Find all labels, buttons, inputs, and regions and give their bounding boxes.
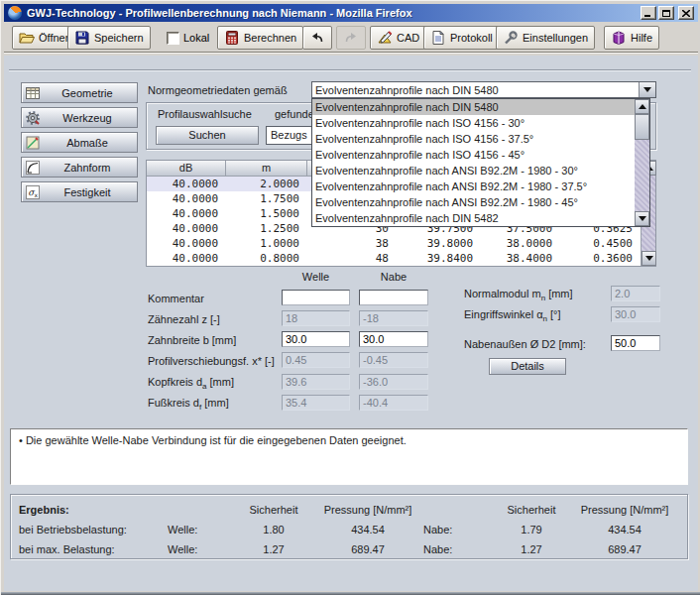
sidebar-item-festigkeit[interactable]: σx Festigkeit	[21, 181, 138, 202]
top-divider	[9, 69, 691, 71]
toolbar: Öffnen Speichern Lokal Berechnen CAD Pro…	[4, 23, 698, 53]
welle-pressung-value: 434.54	[312, 520, 423, 539]
minimize-button[interactable]	[641, 6, 656, 20]
kommentar-nabe-input[interactable]	[359, 290, 428, 305]
norm-dropdown-list: Evolventenzahnprofile nach DIN 5480 Evol…	[311, 98, 650, 227]
dropdown-option[interactable]: Evolventenzahnprofile nach ANSI B92.2M -…	[312, 194, 635, 210]
profilverschiebung-nabe-field	[359, 352, 428, 368]
nabe-pressung-value: 434.54	[570, 520, 679, 539]
kommentar-welle-input[interactable]	[282, 290, 350, 305]
scroll-down-icon[interactable]	[642, 251, 656, 266]
scrollbar-thumb[interactable]	[635, 114, 649, 140]
close-button[interactable]	[678, 6, 694, 20]
toolbar-separator	[4, 52, 698, 54]
pressung-header: Pressung [N/mm²]	[570, 500, 679, 520]
sidebar-item-werkzeug[interactable]: Werkzeug	[21, 107, 138, 128]
search-button[interactable]: Suchen	[156, 126, 259, 145]
kopfkreis-label: Kopfkreis da [mm]	[148, 376, 234, 391]
floppy-disk-icon	[74, 30, 90, 46]
status-message: • Die gewählte Welle-Nabe Verbindung ist…	[19, 434, 407, 446]
welle-label: Welle:	[168, 520, 235, 539]
nabenaussen-input[interactable]	[611, 335, 660, 351]
result-row-label: bei max. Belastung:	[19, 539, 168, 559]
fusskreis-nabe-field	[359, 395, 428, 411]
welle-pressung-value: 689.47	[312, 539, 423, 559]
table-row[interactable]: 40.00000.80004839.840038.40000.3600	[147, 251, 655, 266]
redo-button[interactable]	[336, 26, 366, 50]
sicherheit-header: Sicherheit	[235, 500, 312, 520]
nabe-sicherheit-value: 1.79	[493, 520, 570, 539]
scroll-down-icon[interactable]	[635, 211, 649, 226]
undo-button[interactable]	[302, 26, 332, 50]
cad-button[interactable]: CAD	[370, 26, 426, 50]
tooth-profile-icon	[25, 160, 41, 176]
eingriffswinkel-field	[611, 306, 660, 322]
zaehnezahl-nabe-field	[359, 310, 428, 326]
firefox-window: GWJ-Technology - Profilwellenberechnung …	[0, 0, 700, 595]
settings-button[interactable]: Einstellungen	[496, 26, 595, 50]
results-panel: Ergebnis: Sicherheit Pressung [N/mm²] Si…	[10, 494, 688, 559]
local-checkbox[interactable]	[167, 32, 179, 45]
gear-tool-icon	[25, 110, 41, 126]
zahnbreite-welle-input[interactable]	[282, 331, 350, 347]
column-header-m[interactable]: m	[226, 161, 307, 177]
normalmodul-label: Normalmodul mn [mm]	[464, 288, 573, 302]
nabe-label: Nabe:	[423, 520, 493, 539]
combo-dropdown-button[interactable]	[639, 82, 655, 97]
welle-sicherheit-value: 1.27	[235, 539, 312, 559]
zaehnezahl-label: Zähnezahl z [-]	[148, 313, 220, 325]
table-row[interactable]: 40.00001.00003839.800038.00000.4500	[147, 236, 655, 251]
norm-label: Normgeometriedaten gemäß	[148, 84, 288, 96]
scroll-up-icon[interactable]	[635, 99, 649, 114]
kommentar-label: Kommentar	[148, 293, 204, 304]
details-button[interactable]: Details	[489, 358, 566, 375]
normalmodul-field	[611, 286, 660, 301]
grid-table-icon	[25, 85, 41, 101]
calculator-icon	[224, 30, 240, 46]
calculate-button[interactable]: Berechnen	[217, 26, 303, 50]
maximize-button[interactable]	[658, 6, 674, 20]
dropdown-scrollbar[interactable]	[635, 99, 649, 226]
application-panel: Geometrie Werkzeug Abmaße Zahnform σx Fe…	[4, 56, 698, 591]
dropdown-option[interactable]: Evolventenzahnprofile nach DIN 5482	[312, 210, 635, 226]
profile-search-label: Profilauswahlsuche	[158, 108, 252, 120]
sidebar-item-zahnform[interactable]: Zahnform	[21, 157, 138, 178]
welle-column-header: Welle	[282, 271, 350, 283]
dropdown-option[interactable]: Evolventenzahnprofile nach ISO 4156 - 37…	[312, 131, 635, 147]
window-title: GWJ-Technology - Profilwellenberechnung …	[27, 7, 641, 19]
save-button[interactable]: Speichern	[67, 26, 151, 50]
sidebar-item-abmasse[interactable]: Abmaße	[21, 132, 138, 153]
profilverschiebung-label: Profilverschiebungsf. x* [-]	[148, 355, 275, 367]
svg-text:x: x	[35, 191, 39, 198]
welle-sicherheit-value: 1.80	[235, 520, 312, 539]
nabe-pressung-value: 689.47	[570, 539, 679, 559]
norm-combobox-value: Evolventenzahnprofile nach DIN 5480	[312, 84, 639, 96]
result-row-label: bei Betriebsbelastung:	[19, 520, 168, 539]
column-header-db[interactable]: dB	[147, 161, 226, 177]
fusskreis-label: Fußkreis df [mm]	[148, 397, 229, 412]
welle-label: Welle:	[168, 539, 235, 559]
sicherheit-header: Sicherheit	[493, 500, 570, 520]
dropdown-option[interactable]: Evolventenzahnprofile nach ANSI B92.2M -…	[312, 178, 635, 194]
document-icon	[430, 30, 446, 46]
dropdown-option[interactable]: Evolventenzahnprofile nach ANSI B92.2M -…	[312, 163, 635, 178]
sigma-stress-icon: σx	[25, 184, 41, 200]
protocol-button[interactable]: Protokoll	[423, 26, 500, 50]
zaehnezahl-welle-field	[282, 310, 350, 326]
dropdown-option[interactable]: Evolventenzahnprofile nach ISO 4156 - 30…	[312, 115, 635, 131]
nabe-label: Nabe:	[423, 539, 493, 559]
help-button[interactable]: Hilfe	[604, 26, 659, 50]
wrench-icon	[503, 30, 519, 46]
results-title: Ergebnis:	[19, 500, 168, 520]
cad-drawing-icon	[377, 30, 393, 46]
nabe-sicherheit-value: 1.27	[493, 539, 570, 559]
zahnbreite-nabe-input[interactable]	[359, 331, 428, 347]
kopfkreis-nabe-field	[359, 374, 428, 390]
help-book-icon	[611, 30, 627, 46]
sidebar-item-geometrie[interactable]: Geometrie	[21, 82, 138, 103]
dropdown-option[interactable]: Evolventenzahnprofile nach ISO 4156 - 45…	[312, 147, 635, 163]
norm-combobox[interactable]: Evolventenzahnprofile nach DIN 5480	[311, 81, 656, 98]
dropdown-option[interactable]: Evolventenzahnprofile nach DIN 5480	[312, 99, 635, 115]
pressung-header: Pressung [N/mm²]	[312, 500, 423, 520]
found-label: gefunde	[275, 108, 314, 120]
